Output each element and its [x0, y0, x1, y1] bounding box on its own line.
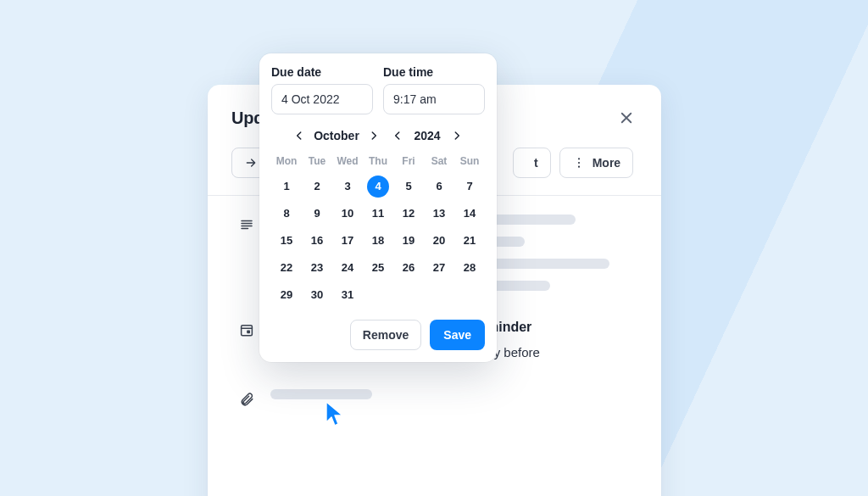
calendar-day[interactable]: 13	[424, 203, 454, 225]
close-button[interactable]	[615, 107, 637, 129]
due-date-input[interactable]	[271, 84, 373, 114]
calendar-day[interactable]: 21	[454, 230, 485, 252]
svg-point-1	[578, 162, 580, 164]
month-label: October	[310, 129, 363, 142]
due-time-input[interactable]	[383, 84, 485, 114]
due-date-input-label: Due date	[271, 65, 373, 79]
calendar-day[interactable]: 14	[454, 203, 485, 225]
calendar-icon	[239, 322, 254, 360]
calendar-day[interactable]: 19	[393, 230, 424, 252]
prev-year-button[interactable]	[388, 126, 407, 145]
save-button[interactable]: Save	[430, 320, 485, 350]
next-year-button[interactable]	[448, 126, 466, 145]
more-dots-icon	[572, 156, 586, 170]
calendar-dow: Sat	[424, 152, 454, 170]
more-button-label: More	[593, 156, 620, 170]
calendar-day[interactable]: 29	[271, 284, 302, 306]
calendar-day[interactable]: 4	[367, 176, 389, 198]
calendar-day[interactable]: 25	[363, 257, 393, 279]
calendar-day[interactable]: 18	[363, 230, 393, 252]
calendar-day[interactable]: 12	[393, 203, 424, 225]
calendar-day[interactable]: 27	[424, 257, 454, 279]
calendar-dow: Wed	[332, 152, 363, 170]
truncated-button-label: t	[534, 156, 538, 170]
calendar-dow: Fri	[393, 152, 424, 170]
calendar-day[interactable]: 15	[271, 230, 302, 252]
calendar-day[interactable]: 28	[454, 257, 485, 279]
skeleton-line	[270, 389, 372, 399]
calendar-day[interactable]: 7	[454, 176, 485, 198]
calendar-day[interactable]: 17	[332, 230, 363, 252]
due-time-input-label: Due time	[383, 65, 485, 79]
calendar-day[interactable]: 22	[271, 257, 302, 279]
calendar-day[interactable]: 1	[271, 176, 302, 198]
svg-rect-4	[247, 330, 250, 333]
calendar-dow: Mon	[271, 152, 302, 170]
remove-button[interactable]: Remove	[350, 320, 421, 350]
calendar-grid: MonTueWedThuFriSatSun1234567891011121314…	[271, 152, 485, 306]
calendar-day[interactable]: 26	[393, 257, 424, 279]
calendar-day[interactable]: 31	[332, 284, 363, 306]
more-button[interactable]: More	[559, 148, 633, 178]
arrow-right-icon	[244, 156, 258, 170]
calendar-day[interactable]: 9	[302, 203, 332, 225]
calendar-day[interactable]: 24	[332, 257, 363, 279]
calendar-day[interactable]: 11	[363, 203, 393, 225]
calendar-day[interactable]: 6	[424, 176, 454, 198]
calendar-day[interactable]: 5	[393, 176, 424, 198]
calendar-dow: Thu	[363, 152, 393, 170]
calendar-day[interactable]: 16	[302, 230, 332, 252]
calendar-dow: Tue	[302, 152, 332, 170]
description-icon	[239, 217, 254, 232]
svg-point-0	[578, 158, 580, 159]
calendar-day[interactable]: 2	[302, 176, 332, 198]
calendar-nav: October 2024	[271, 126, 485, 145]
year-label: 2024	[409, 129, 446, 142]
truncated-button[interactable]: t	[513, 148, 551, 178]
next-month-button[interactable]	[364, 126, 383, 145]
date-picker-popover: Due date Due time October 2024	[259, 53, 497, 362]
calendar-day[interactable]: 10	[332, 203, 363, 225]
calendar-day[interactable]: 8	[271, 203, 302, 225]
calendar-day[interactable]: 3	[332, 176, 363, 198]
prev-month-button[interactable]	[290, 126, 309, 145]
svg-rect-3	[242, 326, 253, 336]
calendar-day[interactable]: 30	[302, 284, 332, 306]
calendar-day[interactable]: 20	[424, 230, 454, 252]
calendar-day[interactable]: 23	[302, 257, 332, 279]
svg-point-2	[578, 166, 580, 168]
attachment-icon	[239, 392, 254, 407]
calendar-dow: Sun	[454, 152, 485, 170]
